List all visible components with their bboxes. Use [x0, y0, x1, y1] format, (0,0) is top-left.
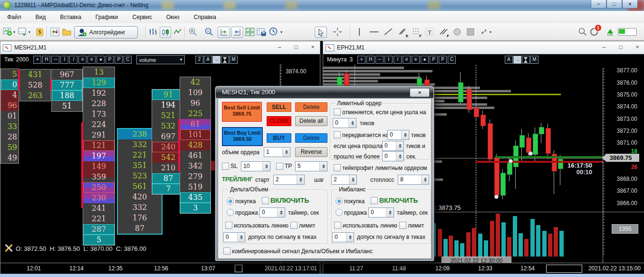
- trailing-stoploss-spinner[interactable]: 8: [398, 175, 429, 185]
- clock-caret-icon[interactable]: ▾: [280, 27, 282, 37]
- chart-close-button[interactable]: ×: [631, 44, 644, 51]
- chart-tool-button[interactable]: ●: [421, 56, 429, 64]
- go-to-end-button[interactable]: →: [212, 56, 221, 64]
- level-indicator[interactable]: LVL: [605, 26, 616, 36]
- move-ticks-spinner[interactable]: 0: [387, 130, 409, 140]
- sl-spinner[interactable]: 10: [241, 161, 270, 171]
- close-position-button[interactable]: CLOSE: [267, 116, 291, 126]
- chart-titlebar[interactable]: EPH21,M1 – □ ×: [323, 41, 644, 54]
- auto-scale-button[interactable]: A: [204, 56, 212, 64]
- chart-maximize-button[interactable]: □: [615, 44, 627, 51]
- chart-tool-button[interactable]: +: [33, 56, 41, 64]
- move-order-checkbox[interactable]: [334, 131, 341, 138]
- edit-levels-tool-button[interactable]: E: [397, 27, 408, 37]
- chart-template-caret-icon[interactable]: ▾: [29, 27, 30, 37]
- tp-checkbox[interactable]: [276, 163, 283, 170]
- best-buy-limit-button[interactable]: Best Buy Limit 3869.50: [222, 127, 263, 146]
- spinner-buttons[interactable]: [396, 141, 404, 150]
- period-value[interactable]: 2000: [16, 56, 29, 63]
- menu-item-справка[interactable]: Справка: [187, 14, 223, 20]
- maximize-button[interactable]: □: [606, 0, 622, 9]
- spinner-buttons[interactable]: [277, 208, 285, 217]
- spinner-buttons[interactable]: [348, 119, 356, 128]
- minimize-button[interactable]: –: [591, 0, 606, 9]
- chart-tool-button[interactable]: +: [357, 56, 365, 64]
- chart-tool-button[interactable]: C: [124, 56, 132, 64]
- go-to-end-button[interactable]: →: [513, 56, 521, 64]
- chart-tool-button[interactable]: /: [394, 56, 402, 64]
- menu-item-графики[interactable]: Графики: [88, 14, 125, 20]
- cancel-if-price-checkbox[interactable]: [334, 109, 341, 116]
- fibo-grid-tool-button[interactable]: F: [412, 27, 421, 37]
- imbalance-use-line-checkbox[interactable]: [334, 222, 341, 229]
- chart-tool-button[interactable]: ─: [375, 56, 384, 64]
- chart-tool-button[interactable]: H: [366, 56, 375, 64]
- chart-tool-button[interactable]: ≡: [412, 56, 420, 64]
- reverse-button[interactable]: Reverse: [295, 147, 327, 157]
- history-button[interactable]: [522, 56, 530, 64]
- spinner-buttons[interactable]: [346, 233, 354, 242]
- chart-tool-button[interactable]: I: [384, 56, 393, 64]
- auto-scale-button[interactable]: A: [505, 56, 513, 64]
- chart-tools-icon[interactable]: [4, 244, 13, 252]
- chart-maximize-button[interactable]: □: [290, 44, 302, 51]
- chart-tool-button[interactable]: ●: [96, 56, 105, 64]
- dialog-titlebar[interactable]: MESH21, Тик 2000 ×: [216, 87, 433, 98]
- search-button[interactable]: [578, 27, 587, 37]
- imbalance-enable-checkbox[interactable]: [371, 197, 378, 204]
- order-dialog[interactable]: MESH21, Тик 2000 × Best Sell Limit 3869.…: [215, 86, 434, 261]
- chart-titlebar[interactable]: MESH21,M1 – □ ×: [0, 41, 320, 54]
- spinner-buttons[interactable]: [396, 152, 404, 161]
- takeprofit-limit-checkbox[interactable]: [334, 164, 341, 171]
- algo-trading-button[interactable]: Алготрейдин­г: [74, 26, 138, 39]
- pointer-tool-button[interactable]: [315, 27, 327, 38]
- menu-item-сервис[interactable]: Сервис: [125, 14, 159, 20]
- delete-sell-button[interactable]: Delete: [295, 102, 327, 112]
- period-value[interactable]: 3: [349, 56, 353, 63]
- refresh-data-button[interactable]: [50, 27, 60, 37]
- window-titlebar[interactable]: 1229811 - AMPGlobalEU-Demo: Демо-счет - …: [0, 0, 644, 11]
- chart-tool-button[interactable]: P: [106, 56, 114, 64]
- imbalance-sell-radio[interactable]: [336, 209, 343, 216]
- history-button[interactable]: [221, 56, 229, 64]
- delete-buy-button[interactable]: Delete: [295, 133, 327, 143]
- scale-button[interactable]: 2: [195, 56, 203, 64]
- imbalance-timer-spinner[interactable]: 0: [368, 208, 394, 218]
- new-chart-button[interactable]: [3, 27, 12, 37]
- market-button[interactable]: M: [230, 56, 238, 64]
- chart-close-button[interactable]: ×: [307, 44, 319, 51]
- text-tool-button[interactable]: T: [425, 27, 434, 37]
- menu-item-окно[interactable]: Окно: [159, 14, 187, 20]
- account-button[interactable]: $: [35, 27, 45, 37]
- chart-minimize-button[interactable]: –: [598, 44, 610, 51]
- rectangle-tool-button[interactable]: [466, 27, 475, 37]
- close-button[interactable]: ×: [622, 0, 638, 9]
- save-layout-button[interactable]: [257, 27, 267, 37]
- combined-signal-checkbox[interactable]: [223, 247, 231, 255]
- chart-minimize-button[interactable]: –: [273, 44, 286, 51]
- chart-tool-button[interactable]: ≡: [87, 56, 96, 64]
- market-button[interactable]: M: [530, 56, 538, 64]
- trailing-step-spinner[interactable]: 2: [331, 175, 357, 185]
- cancel-ticks-spinner[interactable]: 0: [333, 118, 356, 128]
- spinner-buttons[interactable]: [386, 208, 394, 217]
- parallel-lines-tool-button[interactable]: F: [438, 27, 449, 37]
- chart-tool-button[interactable]: P: [439, 56, 447, 64]
- chart-tool-button[interactable]: /: [69, 56, 77, 64]
- delta-sell-radio[interactable]: [227, 209, 234, 216]
- chart-tool-button[interactable]: C: [448, 56, 456, 64]
- best-sell-limit-button[interactable]: Best Sell Limit 3869.75: [222, 102, 262, 122]
- spinner-buttons[interactable]: [349, 175, 356, 184]
- zoom-out-button[interactable]: [204, 27, 214, 37]
- chart-tool-button[interactable]: H: [42, 56, 50, 64]
- scroll-to-start-button[interactable]: [231, 27, 243, 38]
- cluster-mode-dropdown[interactable]: volume ▼: [136, 55, 185, 64]
- scroll-to-end-button[interactable]: [218, 27, 230, 38]
- spinner-buttons[interactable]: [401, 130, 409, 139]
- chart-tool-button[interactable]: I: [60, 56, 68, 64]
- menu-item-вид[interactable]: Вид: [29, 14, 53, 20]
- time-axis[interactable]: 2021.02.22 13:15:00 11:2711:4812:0912:33…: [323, 263, 644, 274]
- chart-tool-button[interactable]: ─: [51, 56, 59, 64]
- tp-spinner[interactable]: 5: [295, 161, 327, 171]
- arrows-tool-button[interactable]: [479, 27, 489, 37]
